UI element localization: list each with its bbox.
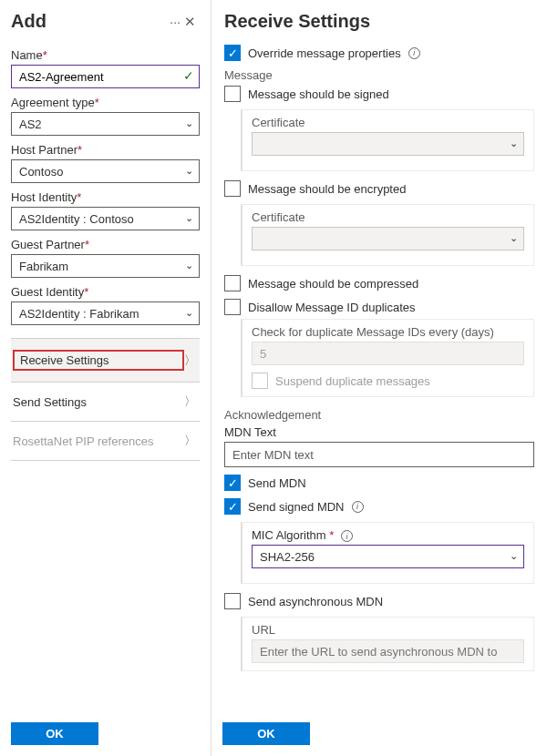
host-partner-value: Contoso bbox=[19, 165, 63, 179]
send-signed-mdn-row: ✓ Send signed MDN i bbox=[224, 498, 534, 515]
send-signed-mdn-label: Send signed MDN bbox=[248, 500, 345, 514]
more-icon[interactable]: ··· bbox=[170, 15, 181, 29]
agreement-type-value: AS2 bbox=[19, 117, 42, 131]
guest-partner-value: Fabrikam bbox=[19, 260, 68, 273]
encrypted-checkbox[interactable] bbox=[224, 180, 241, 197]
chevron-down-icon: ⌄ bbox=[510, 232, 518, 244]
add-panel-title: Add bbox=[11, 11, 162, 32]
guest-identity-value: AS2Identity : Fabrikam bbox=[19, 307, 139, 321]
disallow-dup-checkbox[interactable] bbox=[224, 299, 241, 315]
chevron-down-icon: ⌄ bbox=[185, 260, 193, 271]
ok-button-left[interactable]: OK bbox=[11, 722, 98, 745]
add-panel: Add ··· ✕ Name* ✓ Agreement type* AS2 ⌄ … bbox=[0, 0, 212, 756]
compressed-checkbox[interactable] bbox=[224, 275, 241, 291]
nav-rosettanet-label: RosettaNet PIP references bbox=[13, 434, 184, 448]
host-partner-label: Host Partner* bbox=[11, 143, 200, 157]
host-partner-select[interactable]: Contoso ⌄ bbox=[11, 159, 200, 183]
message-section-label: Message bbox=[224, 68, 534, 82]
nav-rosettanet: RosettaNet PIP references 〉 bbox=[11, 422, 200, 461]
send-mdn-row: ✓ Send MDN bbox=[224, 475, 534, 491]
receive-settings-footer: OK bbox=[212, 715, 547, 756]
mdn-text-input[interactable] bbox=[224, 442, 534, 467]
nav-receive-label: Receive Settings bbox=[13, 350, 184, 371]
suspend-checkbox bbox=[252, 373, 268, 389]
chevron-down-icon: ⌄ bbox=[185, 212, 193, 224]
suspend-label: Suspend duplicate messages bbox=[275, 374, 430, 388]
compressed-row: Message should be compressed bbox=[224, 275, 534, 291]
certificate-label-2: Certificate bbox=[252, 210, 524, 224]
info-icon[interactable]: i bbox=[408, 47, 420, 59]
ok-button-right[interactable]: OK bbox=[222, 722, 310, 745]
mic-group: MIC Algorithm * i SHA2-256 ⌄ bbox=[241, 522, 534, 584]
chevron-down-icon: ⌄ bbox=[185, 307, 193, 319]
dup-check-input bbox=[252, 342, 524, 365]
send-async-row: Send asynchronous MDN bbox=[224, 593, 534, 609]
info-icon[interactable]: i bbox=[352, 501, 364, 513]
signed-certificate-select: ⌄ bbox=[252, 132, 524, 156]
receive-settings-title: Receive Settings bbox=[224, 11, 536, 32]
add-panel-header: Add ··· ✕ bbox=[0, 0, 211, 41]
settings-nav: Receive Settings 〉 Send Settings 〉 Roset… bbox=[11, 338, 200, 461]
send-async-label: Send asynchronous MDN bbox=[248, 595, 383, 608]
name-input[interactable] bbox=[11, 65, 200, 88]
add-panel-body: Name* ✓ Agreement type* AS2 ⌄ Host Partn… bbox=[0, 41, 211, 715]
override-row: ✓ Override message properties i bbox=[224, 45, 534, 61]
guest-partner-label: Guest Partner* bbox=[11, 238, 200, 251]
url-label: URL bbox=[252, 623, 524, 637]
chevron-right-icon: 〉 bbox=[184, 352, 196, 369]
mic-algorithm-select[interactable]: SHA2-256 ⌄ bbox=[252, 545, 524, 568]
send-mdn-label: Send MDN bbox=[248, 476, 306, 490]
agreement-type-label: Agreement type* bbox=[11, 96, 200, 109]
guest-identity-select[interactable]: AS2Identity : Fabrikam ⌄ bbox=[11, 301, 200, 325]
receive-settings-panel: Receive Settings ✓ Override message prop… bbox=[212, 0, 547, 756]
suspend-row: Suspend duplicate messages bbox=[252, 373, 524, 389]
url-group: URL bbox=[241, 617, 534, 671]
receive-settings-header: Receive Settings bbox=[212, 0, 547, 45]
chevron-right-icon: 〉 bbox=[184, 393, 196, 410]
nav-send-label: Send Settings bbox=[13, 395, 184, 409]
override-label: Override message properties bbox=[248, 46, 401, 60]
nav-send-settings[interactable]: Send Settings 〉 bbox=[11, 383, 200, 422]
send-signed-mdn-checkbox[interactable]: ✓ bbox=[224, 498, 241, 515]
mdn-text-label: MDN Text bbox=[224, 425, 534, 439]
chevron-down-icon: ⌄ bbox=[185, 117, 193, 129]
mic-algorithm-value: SHA2-256 bbox=[260, 550, 315, 564]
add-panel-footer: OK bbox=[0, 715, 211, 756]
compressed-label: Message should be compressed bbox=[248, 277, 418, 291]
nav-receive-settings[interactable]: Receive Settings 〉 bbox=[11, 338, 200, 383]
encrypted-row: Message should be encrypted bbox=[224, 180, 534, 197]
chevron-down-icon: ⌄ bbox=[185, 165, 193, 177]
disallow-dup-label: Disallow Message ID duplicates bbox=[248, 301, 416, 314]
override-checkbox[interactable]: ✓ bbox=[224, 45, 241, 61]
mic-label: MIC Algorithm * i bbox=[252, 528, 524, 542]
host-identity-select[interactable]: AS2Identity : Contoso ⌄ bbox=[11, 207, 200, 230]
ack-section-label: Acknowledgement bbox=[224, 408, 534, 422]
info-icon[interactable]: i bbox=[341, 530, 353, 542]
dup-check-group: Check for duplicate Message IDs every (d… bbox=[241, 319, 534, 397]
signed-certificate-group: Certificate ⌄ bbox=[241, 109, 534, 171]
encrypted-label: Message should be encrypted bbox=[248, 182, 406, 196]
host-identity-label: Host Identity* bbox=[11, 190, 200, 204]
url-input bbox=[252, 639, 524, 663]
close-icon[interactable]: ✕ bbox=[181, 12, 200, 32]
guest-partner-select[interactable]: Fabrikam ⌄ bbox=[11, 254, 200, 278]
encrypted-certificate-group: Certificate ⌄ bbox=[241, 204, 534, 266]
dup-check-label: Check for duplicate Message IDs every (d… bbox=[252, 325, 524, 339]
receive-settings-body: ✓ Override message properties i Message … bbox=[212, 45, 547, 715]
encrypted-certificate-select: ⌄ bbox=[252, 227, 524, 250]
chevron-down-icon: ⌄ bbox=[510, 550, 518, 562]
agreement-type-select[interactable]: AS2 ⌄ bbox=[11, 112, 200, 136]
host-identity-value: AS2Identity : Contoso bbox=[19, 212, 134, 226]
signed-checkbox[interactable] bbox=[224, 86, 241, 102]
signed-label: Message should be signed bbox=[248, 87, 389, 101]
disallow-dup-row: Disallow Message ID duplicates bbox=[224, 299, 534, 315]
chevron-down-icon: ⌄ bbox=[510, 138, 518, 149]
name-label: Name* bbox=[11, 48, 200, 62]
chevron-right-icon: 〉 bbox=[184, 433, 196, 449]
certificate-label: Certificate bbox=[252, 116, 524, 129]
send-async-checkbox[interactable] bbox=[224, 593, 241, 609]
send-mdn-checkbox[interactable]: ✓ bbox=[224, 475, 241, 491]
signed-row: Message should be signed bbox=[224, 86, 534, 102]
guest-identity-label: Guest Identity* bbox=[11, 285, 200, 299]
